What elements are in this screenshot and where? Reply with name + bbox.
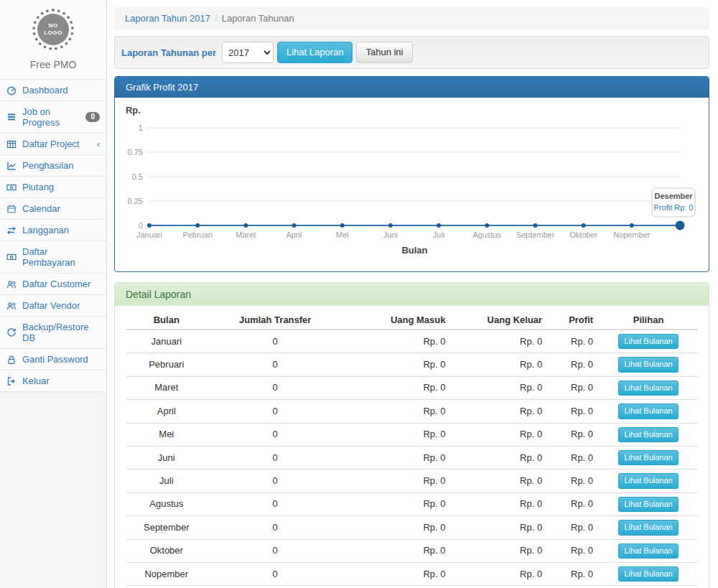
sidebar-item-calendar[interactable]: Calendar bbox=[0, 198, 106, 220]
sidebar-item-keluar[interactable]: Keluar bbox=[0, 370, 106, 391]
sidebar-item-daftar-customer[interactable]: Daftar Customer bbox=[0, 274, 106, 295]
cell-uang-keluar: Rp. 0 bbox=[451, 330, 548, 353]
table-row: Maret0Rp. 0Rp. 0Rp. 0Lihat Bulanan bbox=[126, 376, 698, 399]
cell-pilihan: Lihat Bulanan bbox=[599, 493, 698, 515]
money-icon bbox=[6, 182, 17, 192]
cell-bulan: Mei bbox=[126, 423, 208, 446]
table-row: April0Rp. 0Rp. 0Rp. 0Lihat Bulanan bbox=[126, 400, 698, 423]
x-tick-label: Nopember bbox=[613, 230, 651, 239]
cell-pilihan: Lihat Bulanan bbox=[599, 330, 698, 353]
data-point bbox=[485, 223, 489, 228]
cell-jumlah-transfer: 0 bbox=[208, 376, 343, 399]
sidebar-item-piutang[interactable]: Piutang bbox=[0, 177, 106, 198]
cell-uang-keluar: Rp. 0 bbox=[451, 470, 548, 493]
view-monthly-button[interactable]: Lihat Bulanan bbox=[618, 520, 678, 535]
users-icon bbox=[6, 279, 17, 289]
cell-profit: Rp. 0 bbox=[548, 446, 599, 469]
cell-uang-keluar: Rp. 0 bbox=[451, 493, 548, 515]
this-year-button[interactable]: Tahun ini bbox=[356, 42, 412, 63]
detail-report-panel-title: Detail Laporan bbox=[115, 283, 709, 306]
sidebar-item-daftar-vendor[interactable]: Daftar Vendor bbox=[0, 295, 106, 317]
calendar-icon bbox=[6, 204, 17, 214]
sidebar-item-label: Ganti Password bbox=[22, 354, 88, 365]
table-row: Januari0Rp. 0Rp. 0Rp. 0Lihat Bulanan bbox=[126, 330, 698, 353]
sidebar-item-job-on-progress[interactable]: Job on Progress0 bbox=[0, 101, 106, 134]
view-monthly-button[interactable]: Lihat Bulanan bbox=[618, 566, 678, 582]
x-tick-label: Maret bbox=[236, 230, 256, 239]
profit-chart-panel: Grafik Profit 2017 Rp.00.250.50.751Janua… bbox=[114, 76, 709, 272]
cell-jumlah-transfer: 0 bbox=[208, 423, 343, 446]
view-monthly-button[interactable]: Lihat Bulanan bbox=[618, 381, 678, 396]
cell-uang-masuk: Rp. 0 bbox=[343, 446, 452, 469]
profit-chart-panel-title: Grafik Profit 2017 bbox=[115, 77, 709, 98]
logo: NO LOGO bbox=[32, 9, 74, 50]
view-monthly-button[interactable]: Lihat Bulanan bbox=[618, 403, 678, 419]
cell-profit: Rp. 0 bbox=[548, 539, 599, 562]
column-header: Profit bbox=[548, 312, 599, 330]
logo-line2: LOGO bbox=[44, 29, 62, 37]
cell-profit: Rp. 0 bbox=[548, 353, 599, 376]
view-monthly-button[interactable]: Lihat Bulanan bbox=[618, 427, 678, 442]
cell-uang-masuk: Rp. 0 bbox=[343, 330, 452, 353]
cell-pilihan: Lihat Bulanan bbox=[599, 400, 698, 423]
logo-box: NO LOGO bbox=[0, 0, 106, 55]
cell-uang-masuk: Rp. 0 bbox=[343, 353, 452, 376]
sidebar-item-dashboard[interactable]: Dashboard bbox=[0, 80, 106, 101]
sidebar-item-label: Keluar bbox=[22, 375, 50, 386]
cell-profit: Rp. 0 bbox=[548, 330, 599, 353]
sidebar-item-label: Daftar Customer bbox=[22, 279, 90, 289]
logo-line1: NO bbox=[49, 22, 58, 29]
column-header: Uang Masuk bbox=[343, 312, 452, 330]
view-monthly-button[interactable]: Lihat Bulanan bbox=[618, 543, 678, 559]
view-monthly-button[interactable]: Lihat Bulanan bbox=[618, 473, 678, 488]
cell-profit: Rp. 0 bbox=[548, 562, 599, 585]
cell-uang-keluar: Rp. 0 bbox=[451, 376, 548, 399]
y-tick-label: 0.5 bbox=[132, 172, 143, 181]
data-point bbox=[340, 223, 345, 228]
sidebar-item-penghasilan[interactable]: Penghasilan bbox=[0, 155, 106, 177]
logo-text: NO LOGO bbox=[37, 14, 69, 45]
sidebar-item-label: Daftar Project bbox=[22, 139, 79, 149]
sidebar-item-daftar-pembayaran[interactable]: Daftar Pembayaran bbox=[0, 241, 106, 274]
cell-jumlah-transfer: 0 bbox=[208, 470, 343, 493]
view-monthly-button[interactable]: Lihat Bulanan bbox=[618, 497, 678, 512]
sidebar-item-ganti-password[interactable]: Ganti Password bbox=[0, 349, 106, 370]
sidebar-item-backup-restore[interactable]: Backup/Restore DB bbox=[0, 317, 106, 349]
cell-uang-keluar: Rp. 0 bbox=[451, 353, 548, 376]
table-row: Oktober0Rp. 0Rp. 0Rp. 0Lihat Bulanan bbox=[126, 539, 698, 562]
column-header: Uang Keluar bbox=[451, 312, 548, 330]
cell-uang-keluar: Rp. 0 bbox=[451, 562, 548, 585]
cell-jumlah-transfer: 0 bbox=[208, 400, 343, 423]
refresh-icon bbox=[6, 327, 17, 337]
sidebar-item-label: Job on Progress bbox=[22, 106, 80, 128]
cell-uang-masuk: Rp. 0 bbox=[343, 400, 452, 423]
report-table: BulanJumlah TransferUang MasukUang Kelua… bbox=[126, 312, 698, 588]
cell-bulan: Juli bbox=[126, 470, 208, 493]
view-monthly-button[interactable]: Lihat Bulanan bbox=[618, 357, 678, 372]
sidebar-item-label: Daftar Vendor bbox=[22, 300, 80, 311]
data-point bbox=[243, 223, 248, 228]
view-report-button[interactable]: Lihat Laporan bbox=[277, 42, 353, 63]
tasks-icon bbox=[6, 112, 17, 122]
sidebar-item-label: Calendar bbox=[22, 203, 60, 214]
column-header: Jumlah Transfer bbox=[208, 312, 343, 330]
breadcrumb-separator: / bbox=[210, 13, 222, 24]
x-tick-label: Mei bbox=[336, 230, 349, 239]
breadcrumb-link-laporan-tahun[interactable]: Laporan Tahun 2017 bbox=[125, 13, 210, 24]
year-select[interactable]: 2017 bbox=[222, 42, 274, 63]
cell-profit: Rp. 0 bbox=[548, 376, 599, 399]
cell-uang-masuk: Rp. 0 bbox=[343, 562, 452, 585]
view-monthly-button[interactable]: Lihat Bulanan bbox=[618, 334, 678, 349]
sidebar-item-daftar-project[interactable]: Daftar Project‹ bbox=[0, 134, 106, 155]
sidebar-item-label: Piutang bbox=[22, 182, 54, 192]
data-point bbox=[533, 223, 537, 228]
cell-uang-masuk: Rp. 0 bbox=[343, 516, 452, 539]
column-header: Bulan bbox=[126, 312, 208, 330]
view-monthly-button[interactable]: Lihat Bulanan bbox=[618, 450, 678, 465]
cell-jumlah-transfer: 0 bbox=[208, 562, 343, 585]
data-point bbox=[630, 223, 634, 228]
sidebar-item-langganan[interactable]: Langganan bbox=[0, 220, 106, 241]
cell-jumlah-transfer: 0 bbox=[208, 493, 343, 515]
cell-pilihan: Lihat Bulanan bbox=[599, 562, 698, 585]
cell-uang-masuk: Rp. 0 bbox=[343, 376, 452, 399]
